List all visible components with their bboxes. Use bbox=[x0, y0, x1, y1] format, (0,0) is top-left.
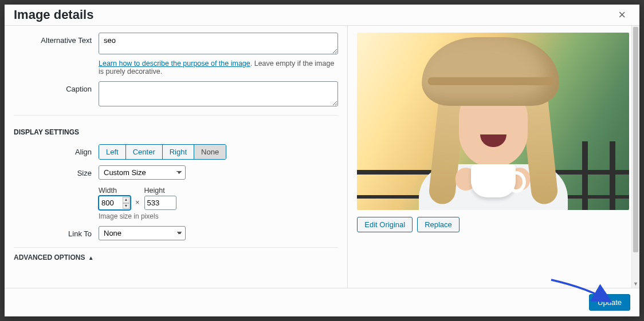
chevron-up-icon[interactable]: ▲ bbox=[123, 197, 129, 203]
settings-panel: Alternative Text Learn how to describe t… bbox=[5, 26, 347, 288]
linkto-select[interactable]: None bbox=[99, 226, 186, 240]
image-actions: Edit Original Replace bbox=[357, 217, 629, 232]
caption-label: Caption bbox=[14, 81, 99, 108]
height-label: Height bbox=[144, 187, 176, 195]
chevron-down-icon[interactable]: ▼ bbox=[632, 281, 639, 287]
scrollbar[interactable]: ▲ ▼ bbox=[631, 26, 639, 288]
linkto-label: Link To bbox=[14, 226, 99, 240]
align-label: Align bbox=[14, 144, 99, 160]
scrollbar-thumb[interactable] bbox=[633, 27, 638, 252]
image-details-modal: Image details × Alternative Text Learn h… bbox=[5, 5, 639, 316]
align-left-button[interactable]: Left bbox=[99, 145, 126, 159]
update-button[interactable]: Update bbox=[589, 294, 630, 311]
align-button-group: Left Center Right None bbox=[99, 144, 226, 160]
close-icon[interactable]: × bbox=[614, 9, 630, 21]
size-label: Size bbox=[14, 165, 99, 180]
alt-help-link[interactable]: Learn how to describe the purpose of the… bbox=[99, 60, 250, 68]
advanced-options-toggle[interactable]: ADVANCED OPTIONS ▲ bbox=[14, 248, 338, 266]
modal-footer: Update bbox=[5, 288, 639, 316]
align-none-button[interactable]: None bbox=[194, 145, 226, 159]
align-row: Align Left Center Right None bbox=[14, 144, 338, 160]
chevron-up-icon: ▲ bbox=[88, 255, 94, 261]
alt-text-input[interactable] bbox=[99, 33, 338, 54]
replace-button[interactable]: Replace bbox=[417, 217, 460, 232]
display-settings-heading: DISPLAY SETTINGS bbox=[14, 128, 338, 136]
dimensions-row: Width ▲ ▼ × Height bbox=[14, 185, 338, 220]
modal-body: Alternative Text Learn how to describe t… bbox=[5, 25, 639, 288]
align-right-button[interactable]: Right bbox=[163, 145, 194, 159]
advanced-options-label: ADVANCED OPTIONS bbox=[14, 253, 85, 261]
height-input[interactable] bbox=[144, 196, 176, 210]
caption-row: Caption bbox=[14, 81, 338, 108]
dimensions-hint: Image size in pixels bbox=[99, 212, 338, 220]
dimension-separator: × bbox=[135, 198, 140, 210]
width-spinner[interactable]: ▲ ▼ bbox=[123, 197, 129, 209]
alt-text-row: Alternative Text Learn how to describe t… bbox=[14, 33, 338, 76]
preview-panel: Edit Original Replace ▲ ▼ bbox=[347, 26, 639, 288]
align-center-button[interactable]: Center bbox=[126, 145, 163, 159]
divider bbox=[14, 115, 338, 116]
caption-input[interactable] bbox=[99, 81, 338, 106]
image-preview bbox=[357, 33, 629, 210]
alt-text-help: Learn how to describe the purpose of the… bbox=[99, 60, 338, 76]
modal-title: Image details bbox=[14, 5, 93, 25]
alt-text-label: Alternative Text bbox=[14, 33, 99, 76]
edit-original-button[interactable]: Edit Original bbox=[357, 217, 413, 232]
width-label: Width bbox=[99, 187, 131, 195]
size-select[interactable]: Custom Size bbox=[99, 165, 186, 180]
chevron-down-icon[interactable]: ▼ bbox=[123, 203, 129, 209]
linkto-row: Link To None bbox=[14, 226, 338, 240]
modal-header: Image details × bbox=[5, 5, 639, 25]
size-row: Size Custom Size bbox=[14, 165, 338, 180]
